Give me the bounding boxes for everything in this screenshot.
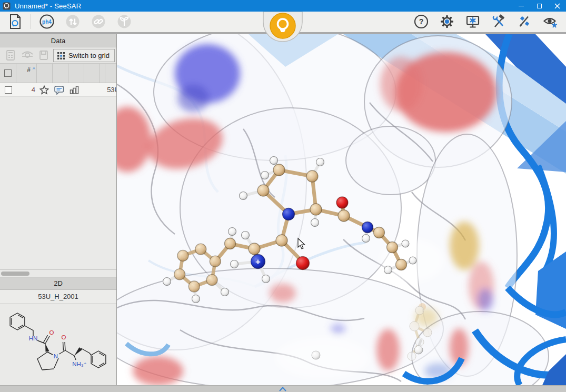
- table-row[interactable]: 4 53U: [0, 83, 116, 97]
- o2-label: O: [62, 334, 66, 340]
- chain-link-icon: [91, 14, 106, 29]
- bar-chart-icon[interactable]: [69, 85, 79, 94]
- o1-label: O: [49, 329, 54, 336]
- display-settings-button[interactable]: [464, 13, 481, 29]
- row-checkbox[interactable]: [5, 86, 12, 94]
- titlebar: Unnamed* - SeeSAR: [0, 0, 566, 12]
- window-title: Unnamed* - SeeSAR: [15, 2, 81, 10]
- tools-button[interactable]: [490, 13, 507, 29]
- data-panel-title: Data: [51, 37, 65, 45]
- data-panel-header: Data: [0, 34, 116, 47]
- switch-to-grid-button[interactable]: Switch to grid: [53, 49, 115, 62]
- ph4-icon: ph4: [39, 14, 55, 29]
- help-icon: ?: [413, 14, 429, 29]
- save-selection-icon[interactable]: [39, 49, 48, 61]
- favorite-star-icon[interactable]: [39, 85, 49, 95]
- structure-2d-canvas: HN N O O NH₃⁺: [0, 304, 116, 385]
- bulb-circle: [270, 13, 295, 38]
- close-icon: [554, 3, 560, 9]
- data-sidebar: Data Switch to grid # ^ 4: [0, 34, 117, 385]
- table-header: # ^: [0, 64, 116, 83]
- amide-nitrogen-atom: [362, 222, 373, 233]
- select-all-checkbox[interactable]: [4, 69, 12, 77]
- data-horizontal-scrollbar[interactable]: [0, 269, 116, 277]
- toolbar-separator: [31, 14, 31, 29]
- pen-ruler-icon: [517, 14, 532, 29]
- settings-button[interactable]: [439, 13, 455, 29]
- compound-name: 53U_H_2001: [0, 290, 116, 304]
- editor-button[interactable]: [516, 13, 532, 29]
- expand-panel-chevron-icon[interactable]: [279, 387, 286, 391]
- up-down-arrows-icon: [65, 14, 81, 29]
- seedling-icon: [116, 14, 132, 29]
- link-button[interactable]: [90, 13, 106, 29]
- grid-icon: [57, 52, 65, 59]
- scrollbar-thumb[interactable]: [1, 272, 29, 276]
- view-options-button[interactable]: [542, 13, 558, 29]
- seesar-window: Unnamed* - SeeSAR ph4: [0, 0, 566, 392]
- comment-bubble-icon[interactable]: [54, 85, 64, 95]
- number-column-header[interactable]: #: [27, 66, 31, 74]
- 2d-panel-title: 2D: [54, 279, 63, 287]
- 2d-panel-header: 2D: [0, 277, 116, 290]
- eye-gear-icon: [542, 14, 558, 29]
- maximize-button[interactable]: [530, 0, 548, 12]
- hammer-wrench-icon: [491, 14, 507, 29]
- sort-poses-button[interactable]: [64, 13, 81, 29]
- minimize-icon: [519, 6, 524, 6]
- svg-text:ph4: ph4: [42, 19, 52, 25]
- nh3-label: NH₃⁺: [72, 361, 86, 367]
- ring-nitrogen-atom: [283, 208, 295, 220]
- svg-text:?: ?: [419, 17, 423, 26]
- calculator-icon[interactable]: [5, 49, 16, 61]
- hn-label: HN: [29, 335, 38, 341]
- row-compound-code: 53U: [107, 86, 116, 94]
- load-molecules-button[interactable]: [7, 13, 23, 29]
- ring-n-label: N: [54, 353, 58, 359]
- bottom-panel-collapsed: [0, 385, 566, 392]
- help-button[interactable]: ?: [413, 13, 429, 29]
- close-button[interactable]: [548, 0, 566, 12]
- inspirator-bulb-button[interactable]: [263, 12, 303, 43]
- charge-plus-label: +: [255, 257, 261, 267]
- row-number: 4: [16, 86, 35, 94]
- table-empty-area: [0, 97, 116, 269]
- app-icon: [3, 2, 11, 10]
- minimize-button[interactable]: [512, 0, 530, 12]
- 3d-viewport[interactable]: +: [117, 34, 566, 385]
- gear-icon: [439, 14, 455, 29]
- pharmacophore-button[interactable]: ph4: [38, 13, 55, 29]
- switch-to-grid-label: Switch to grid: [68, 52, 110, 59]
- carbonyl-oxygen-atom-2: [296, 257, 310, 270]
- hide-poses-icon[interactable]: [21, 49, 34, 61]
- document-target-icon: [8, 14, 23, 29]
- data-panel-toolbar: Switch to grid: [0, 47, 116, 64]
- grow-button[interactable]: [116, 13, 132, 29]
- carbonyl-oxygen-atom: [336, 197, 348, 208]
- sort-ascending-indicator[interactable]: ^: [33, 66, 35, 73]
- monitor-gear-icon: [465, 14, 481, 29]
- maximize-icon: [537, 4, 542, 8]
